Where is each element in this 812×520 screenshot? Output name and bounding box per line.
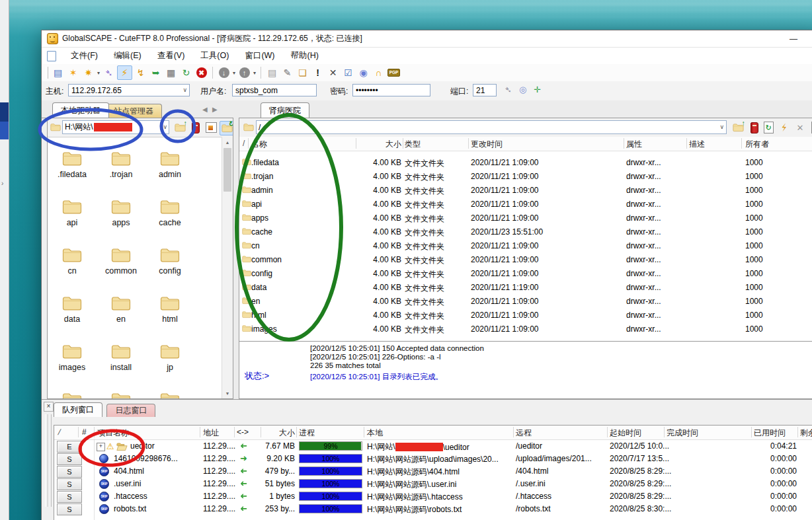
local-folder-html[interactable]: html xyxy=(147,295,193,324)
rename-icon[interactable]: ✎ xyxy=(280,66,294,79)
queue-column-header[interactable]: 本地 xyxy=(367,427,383,439)
local-path-combobox[interactable]: H:\网站\ ∨ xyxy=(62,120,169,134)
queue-status-button[interactable]: S xyxy=(57,491,82,503)
column-separator[interactable] xyxy=(261,427,261,437)
refresh-document-icon[interactable]: ↻ xyxy=(762,121,775,134)
queue-column-header[interactable]: 大小 xyxy=(263,427,295,439)
queue-row[interactable]: SSKIP.user.ini112.29....➜51 bytes100%H:\… xyxy=(54,478,812,490)
title-bar[interactable]: GlobalSCAPE - CuteFTP 8.0 Professional -… xyxy=(42,30,812,47)
local-folder-install[interactable]: install xyxy=(98,344,144,372)
preview-window-icon[interactable] xyxy=(204,121,218,134)
queue-column-header[interactable]: 已用时间 xyxy=(754,427,786,439)
local-folder-en[interactable]: en xyxy=(98,295,144,324)
queue-column-header[interactable]: 进程 xyxy=(299,427,315,439)
queue-column-header[interactable]: 远程 xyxy=(516,427,532,439)
new-document-icon[interactable]: ✷ xyxy=(81,66,95,79)
menu-item-4[interactable]: 窗口(W) xyxy=(237,48,282,63)
remote-column-header[interactable]: 属性 xyxy=(626,139,642,150)
local-folder-partial[interactable] xyxy=(98,392,144,398)
folder-up-icon[interactable]: ↑ xyxy=(173,121,186,134)
remote-file-row[interactable]: common4.00 KB文件文件夹2020/11/21 1:09:00drwx… xyxy=(239,253,812,267)
remote-column-header[interactable]: 所有者 xyxy=(745,139,769,150)
queue-row[interactable]: SSKIP.htaccess112.29....➜1 bytes100%H:\网… xyxy=(54,490,812,503)
scroll-up-icon[interactable]: ▲ xyxy=(222,137,233,147)
remote-file-row[interactable]: cache4.00 KB文件文件夹2020/11/23 15:51:00drwx… xyxy=(239,225,812,239)
queue-header[interactable]: / #项目名称地址<->大小进程本地远程起始时间完成时间已用时间剩余时间 xyxy=(54,426,812,440)
url-clipboard-icon[interactable]: ▦ xyxy=(164,66,178,79)
remote-file-row[interactable]: apps4.00 KB文件文件夹2020/11/21 1:09:00drwxr-… xyxy=(239,211,812,225)
delete-icon[interactable]: ✕ xyxy=(326,66,340,79)
remote-column-header[interactable]: 类型 xyxy=(405,139,421,150)
local-folder-partial[interactable] xyxy=(49,392,95,398)
queue-column-header[interactable]: 剩余时间 xyxy=(800,427,812,439)
menu-item-5[interactable]: 帮助(H) xyxy=(283,48,327,63)
pgp-icon[interactable]: PGP xyxy=(387,66,401,79)
pointer-bolt-icon[interactable]: ⚡ xyxy=(778,121,791,134)
menu-item-0[interactable]: 文件(F) xyxy=(63,48,106,63)
remote-column-header[interactable]: 更改时间 xyxy=(471,139,503,150)
column-separator[interactable] xyxy=(78,427,79,437)
local-folder-partial[interactable] xyxy=(147,392,193,398)
remote-column-header[interactable]: 大小 xyxy=(358,139,401,150)
tab-site-manager[interactable]: 站点管理器 xyxy=(105,104,162,118)
queue-row[interactable]: S1461009298676...112.29....➜9.20 KB100%H… xyxy=(54,453,812,465)
bookmarks-icon[interactable] xyxy=(189,121,202,134)
host-combobox[interactable]: 112.29.172.65 ∨ xyxy=(68,84,190,96)
queue-column-header[interactable]: 地址 xyxy=(203,427,219,439)
column-separator[interactable] xyxy=(664,427,665,437)
queue-column-header[interactable]: 完成时间 xyxy=(667,427,698,439)
password-input[interactable]: •••••••• xyxy=(352,84,430,96)
new-connection-icon[interactable]: ✛ xyxy=(534,85,541,94)
local-folder-cn[interactable]: cn xyxy=(49,247,95,276)
local-folder-.trojan[interactable]: .trojan xyxy=(98,151,144,179)
local-folder-cache[interactable]: cache xyxy=(147,199,193,227)
column-separator[interactable] xyxy=(364,427,364,437)
remote-column-header[interactable]: 名称 xyxy=(251,139,267,150)
column-separator[interactable] xyxy=(234,427,235,437)
maximize-button[interactable] xyxy=(807,30,812,47)
queue-status-button[interactable]: E xyxy=(57,441,82,453)
remote-file-row[interactable]: images4.00 KB文件文件夹2020/11/21 1:09:00drwx… xyxy=(239,322,812,336)
close-x-icon[interactable]: ✕ xyxy=(793,121,807,134)
queue-status-button[interactable]: S xyxy=(57,503,82,515)
queue-status-button[interactable]: S xyxy=(57,453,82,465)
local-folder-jp[interactable]: jp xyxy=(147,344,193,372)
refresh-icon[interactable]: ↻ xyxy=(179,66,193,79)
folder-up-icon[interactable]: ↑ xyxy=(731,121,745,134)
connect-pin-icon[interactable]: ➴ xyxy=(505,85,512,94)
remote-file-row[interactable]: .trojan4.00 KB文件文件夹2020/11/21 1:09:00drw… xyxy=(239,170,812,184)
queue-column-header[interactable]: # xyxy=(82,427,87,437)
chevron-down-icon[interactable]: ∨ xyxy=(719,124,724,130)
quick-connect-pin-icon[interactable]: ➴ xyxy=(102,66,116,79)
column-separator[interactable] xyxy=(513,427,514,437)
column-separator[interactable] xyxy=(607,427,608,437)
column-separator[interactable] xyxy=(468,138,469,149)
connection-wizard-icon[interactable]: ✶ xyxy=(66,66,80,79)
local-folder-config[interactable]: config xyxy=(147,247,193,276)
remote-list-header[interactable]: / 名称大小类型更改时间属性描述所有者 xyxy=(239,137,812,151)
queue-row[interactable]: SSKIProbots.txt112.29....➜253 by...100%H… xyxy=(54,503,812,515)
local-folder-data[interactable]: data xyxy=(49,295,95,324)
remote-column-header[interactable]: 描述 xyxy=(689,139,705,150)
queue-column-header[interactable]: <-> xyxy=(237,427,249,437)
disconnect-bolt-icon[interactable]: ↯ xyxy=(134,66,147,79)
tab-prev-icon[interactable]: ◀ xyxy=(202,106,208,113)
chevron-down-icon[interactable]: ▾ xyxy=(97,70,100,76)
column-separator[interactable] xyxy=(403,138,403,149)
column-separator[interactable] xyxy=(94,427,95,437)
column-separator[interactable] xyxy=(248,138,249,149)
queue-status-button[interactable]: S xyxy=(57,466,82,478)
queue-column-header[interactable]: 起始时间 xyxy=(610,427,641,439)
stop-icon[interactable]: ✖ xyxy=(194,66,208,79)
clipped-toolbar-icon[interactable] xyxy=(809,121,812,134)
address-book-icon[interactable]: ▤ xyxy=(51,66,65,79)
view-queue-notes-icon[interactable]: ▤ xyxy=(265,66,279,79)
menu-item-2[interactable]: 查看(V) xyxy=(149,48,193,63)
column-separator[interactable] xyxy=(741,138,742,149)
remote-file-row[interactable]: config4.00 KB文件文件夹2020/11/21 1:09:00drwx… xyxy=(239,267,812,281)
expand-icon[interactable]: + xyxy=(97,443,105,451)
remote-file-row[interactable]: html4.00 KB文件文件夹2020/11/21 1:09:00drwxr-… xyxy=(239,309,812,322)
headset-icon[interactable]: ∩ xyxy=(372,66,386,79)
chevron-down-icon[interactable]: ▾ xyxy=(233,70,235,76)
column-separator[interactable] xyxy=(797,427,798,437)
